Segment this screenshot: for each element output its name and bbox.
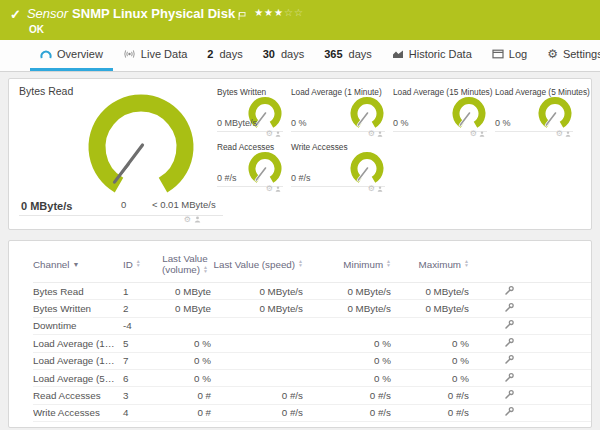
- minimum-value: 0 MByte/s: [303, 303, 391, 314]
- channel-name[interactable]: Read Accesses: [33, 390, 123, 401]
- column-header-id[interactable]: ID▲▼: [123, 259, 159, 270]
- wrench-icon[interactable]: [504, 354, 515, 365]
- tab-num: 365: [324, 48, 342, 60]
- channel-name[interactable]: Bytes Written: [33, 303, 123, 314]
- tab-live-data[interactable]: Live Data: [113, 40, 197, 71]
- channel-name[interactable]: Load Average (1 Minute): [33, 338, 123, 349]
- tab-settings[interactable]: ⚙ Settings: [537, 40, 600, 71]
- primary-gauge-scale-min: 0: [121, 199, 126, 210]
- column-header-maximum[interactable]: Maximum▲▼: [391, 259, 469, 270]
- channel-id: 4: [123, 407, 159, 418]
- tab-num: 30: [263, 48, 275, 60]
- channel-table-panel: Channel▼ ID▲▼ Last Value(volume)▲▼ Last …: [8, 240, 592, 428]
- channel-id: 7: [123, 355, 159, 366]
- mini-gauge-value: 0 MByte/s: [217, 118, 257, 128]
- sort-icon: ▲▼: [464, 260, 469, 267]
- last-value-speed: 0 MByte/s: [211, 303, 303, 314]
- mini-gauge-actions: ⚙: [266, 130, 281, 137]
- column-header-last-value-speed[interactable]: Last Value (speed)▲▼: [211, 259, 303, 270]
- minimum-value: 0 #/s: [303, 407, 391, 418]
- maximum-value: 0 MByte/s: [391, 286, 469, 297]
- channel-id: 1: [123, 286, 159, 297]
- wrench-icon[interactable]: [504, 337, 515, 348]
- wrench-icon[interactable]: [504, 302, 515, 313]
- maximum-value: 0 %: [391, 373, 469, 384]
- user-icon[interactable]: [275, 186, 281, 192]
- user-icon[interactable]: [377, 131, 383, 137]
- flag-icon: [238, 8, 246, 16]
- sensor-type-label: Sensor: [27, 6, 68, 21]
- priority-stars[interactable]: ★★★☆☆: [254, 7, 304, 18]
- gear-icon[interactable]: ⚙: [266, 185, 273, 192]
- user-icon[interactable]: [275, 131, 281, 137]
- mini-gauge-actions: ⚙: [368, 130, 383, 137]
- status-check-icon: ✓: [10, 7, 21, 22]
- gauge-arc-icon: [40, 49, 52, 59]
- mini-gauge-bytes-written: Bytes Written 0 MByte/s ⚙: [217, 87, 291, 137]
- last-value-volume: 0 MByte: [159, 303, 211, 314]
- table-row[interactable]: Bytes Read 1 0 MByte 0 MByte/s 0 MByte/s…: [33, 283, 591, 300]
- status-badge: OK: [27, 24, 304, 35]
- channel-name[interactable]: Downtime: [33, 320, 123, 331]
- channel-id: 3: [123, 390, 159, 401]
- channel-id: 6: [123, 373, 159, 384]
- mini-gauge-value: 0 %: [495, 118, 511, 128]
- wrench-icon[interactable]: [504, 285, 515, 296]
- window-icon: [492, 49, 504, 59]
- primary-gauge: [81, 93, 201, 201]
- table-row[interactable]: Downtime -4: [33, 318, 591, 335]
- wrench-icon[interactable]: [504, 406, 515, 417]
- mini-gauge: [449, 96, 489, 132]
- primary-gauge-block: Bytes Read 0 MByte/s 0 < 0.01 MByte/s ⚙: [19, 85, 217, 225]
- channel-name[interactable]: Load Average (15 Minutes): [33, 355, 123, 366]
- wrench-icon[interactable]: [504, 372, 515, 383]
- tab-overview[interactable]: Overview: [30, 40, 113, 71]
- tab-2-days[interactable]: 2 days: [197, 40, 252, 71]
- tab-num: 2: [207, 48, 213, 60]
- mini-gauge: [347, 151, 387, 187]
- last-value-volume: 0 %: [159, 338, 211, 349]
- user-icon[interactable]: [377, 186, 383, 192]
- last-value-volume: 0 %: [159, 355, 211, 366]
- tab-30-days[interactable]: 30 days: [253, 40, 315, 71]
- mini-gauge-write-accesses: Write Accesses 0 #/s ⚙: [291, 142, 393, 192]
- gear-icon[interactable]: ⚙: [368, 130, 375, 137]
- tab-bar: Overview Live Data 2 days 30 days 365 da…: [0, 40, 600, 72]
- last-value-volume: 0 %: [159, 373, 211, 384]
- table-row[interactable]: Load Average (1 Minute) 5 0 % 0 % 0 %: [33, 335, 591, 352]
- gear-icon[interactable]: ⚙: [266, 130, 273, 137]
- channel-name[interactable]: Load Average (5 Minutes): [33, 373, 123, 384]
- tab-log[interactable]: Log: [482, 40, 537, 71]
- column-header-minimum[interactable]: Minimum▲▼: [303, 259, 391, 270]
- mini-gauge-read-accesses: Read Accesses 0 #/s ⚙: [217, 142, 291, 192]
- gear-icon[interactable]: ⚙: [556, 130, 563, 137]
- user-icon[interactable]: [479, 131, 485, 137]
- table-row[interactable]: Write Accesses 4 0 # 0 #/s 0 #/s 0 #/s: [33, 405, 591, 422]
- gear-icon[interactable]: ⚙: [184, 216, 191, 223]
- last-value-volume: 0 #: [159, 407, 211, 418]
- column-header-channel[interactable]: Channel▼: [33, 259, 123, 270]
- channel-name[interactable]: Bytes Read: [33, 286, 123, 297]
- user-icon[interactable]: [194, 216, 201, 223]
- table-row[interactable]: Bytes Written 2 0 MByte 0 MByte/s 0 MByt…: [33, 300, 591, 317]
- last-value-speed: 0 #/s: [211, 407, 303, 418]
- table-row[interactable]: Read Accesses 3 0 # 0 #/s 0 #/s 0 #/s: [33, 387, 591, 404]
- column-header-last-value-volume[interactable]: Last Value(volume)▲▼: [159, 253, 211, 275]
- channel-name[interactable]: Write Accesses: [33, 407, 123, 418]
- sort-icon: ▲▼: [203, 266, 208, 273]
- maximum-value: 0 #/s: [391, 407, 469, 418]
- gear-icon[interactable]: ⚙: [368, 185, 375, 192]
- primary-gauge-scale-max: < 0.01 MByte/s: [152, 199, 216, 210]
- wrench-icon[interactable]: [504, 319, 515, 330]
- mini-gauge-actions: ⚙: [470, 130, 485, 137]
- tab-historic-data[interactable]: Historic Data: [382, 40, 482, 71]
- table-row[interactable]: Load Average (15 Minutes) 7 0 % 0 % 0 %: [33, 353, 591, 370]
- minimum-value: 0 MByte/s: [303, 286, 391, 297]
- gear-icon[interactable]: ⚙: [470, 130, 477, 137]
- tab-365-days[interactable]: 365 days: [314, 40, 382, 71]
- bar-chart-icon: [392, 49, 404, 59]
- user-icon[interactable]: [565, 131, 571, 137]
- overview-panel: Bytes Read 0 MByte/s 0 < 0.01 MByte/s ⚙ …: [8, 78, 592, 230]
- wrench-icon[interactable]: [504, 389, 515, 400]
- table-row[interactable]: Load Average (5 Minutes) 6 0 % 0 % 0 %: [33, 370, 591, 387]
